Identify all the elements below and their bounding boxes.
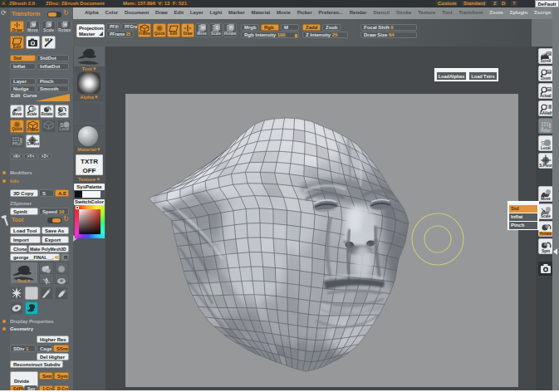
svg-text:S: S xyxy=(216,25,219,30)
svg-text:S: S xyxy=(48,22,51,27)
svg-text:M: M xyxy=(201,25,205,30)
svg-text:M: M xyxy=(32,22,36,27)
svg-text:M: M xyxy=(45,37,49,42)
svg-text:R: R xyxy=(230,25,233,30)
